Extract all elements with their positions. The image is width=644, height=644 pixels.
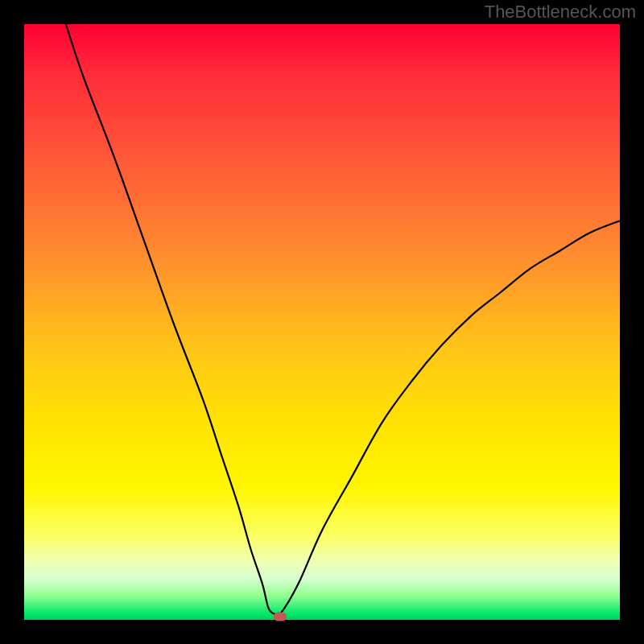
bottleneck-curve bbox=[66, 24, 620, 617]
optimum-marker-icon bbox=[274, 613, 287, 621]
watermark-text: TheBottleneck.com bbox=[485, 2, 636, 23]
chart-frame bbox=[24, 24, 620, 620]
chart-curve bbox=[24, 24, 620, 620]
